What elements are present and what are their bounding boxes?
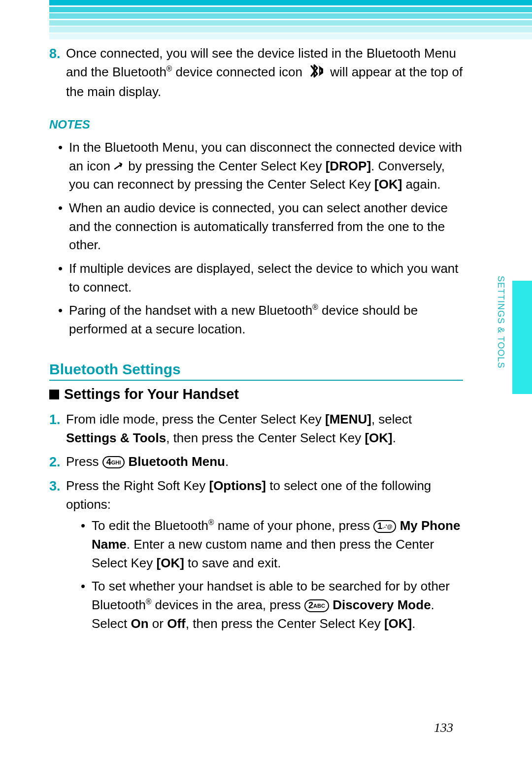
note-item: When an audio device is connected, you c… (58, 199, 463, 255)
text: Settings for Your Handset (64, 386, 239, 402)
text: , then press the Center Select Key (166, 430, 365, 445)
sub-bullet-list: To edit the Bluetooth® name of your phon… (66, 517, 463, 633)
bluetooth-connected-icon (308, 64, 325, 83)
disconnect-arrow-icon (114, 159, 125, 176)
key-label: [DROP] (326, 159, 371, 173)
text: 1 (377, 521, 382, 531)
option-off: Off (167, 616, 186, 631)
text: name of your phone, press (214, 518, 374, 533)
text: to save and exit. (184, 556, 281, 570)
key-label: [OK] (374, 177, 402, 192)
key-1-icon: 1.-'@ (373, 520, 396, 533)
sub-bullet-item: To set whether your handset is able to b… (81, 577, 463, 633)
registered-mark: ® (146, 597, 152, 606)
text: by pressing the Center Select Key (128, 159, 325, 173)
option-on: On (131, 616, 149, 631)
registered-mark: ® (166, 65, 172, 73)
subsection-heading: Settings for Your Handset (49, 384, 463, 404)
step-number: 8. (49, 44, 66, 101)
step-body: Press the Right Soft Key [Options] to se… (66, 477, 463, 638)
text: , then press the Center Select Key (186, 616, 384, 631)
notes-list: In the Bluetooth Menu, you can disconnec… (49, 138, 463, 339)
text: Press (66, 454, 102, 469)
note-item: In the Bluetooth Menu, you can disconnec… (58, 138, 463, 194)
step-8: 8. Once connected, you will see the devi… (49, 44, 463, 101)
text: or (149, 616, 167, 631)
step-3: 3. Press the Right Soft Key [Options] to… (49, 477, 463, 638)
note-item: If multiple devices are displayed, selec… (58, 260, 463, 296)
text: Press the Right Soft Key (66, 478, 209, 493)
key-label: [Options] (209, 478, 266, 493)
step-number: 1. (49, 410, 66, 447)
page-content: 8. Once connected, you will see the devi… (49, 44, 463, 757)
side-section-label: SETTINGS & TOOLS (495, 276, 507, 368)
key-label: [OK] (384, 616, 412, 631)
notes-title: NOTES (49, 116, 463, 133)
key-label: [OK] (157, 556, 184, 570)
text: To edit the Bluetooth (92, 518, 208, 533)
text: device connected icon (172, 65, 306, 79)
side-tab (512, 281, 532, 394)
text: . (393, 430, 396, 445)
text: Paring of the handset with a new Bluetoo… (69, 303, 312, 318)
section-heading: Bluetooth Settings (49, 359, 463, 381)
step-number: 2. (49, 453, 66, 472)
key-4-icon: 4GHI (102, 456, 125, 469)
key-label: [MENU] (325, 412, 371, 427)
text: 4 (106, 457, 111, 467)
menu-path: Bluetooth Menu (129, 454, 225, 469)
text: . (225, 454, 229, 469)
text: , select (371, 412, 412, 427)
registered-mark: ® (208, 519, 214, 527)
notes-box: NOTES In the Bluetooth Menu, you can dis… (49, 116, 463, 339)
text: .-'@ (382, 524, 392, 529)
text: From idle mode, press the Center Select … (66, 412, 325, 427)
note-item: Paring of the handset with a new Bluetoo… (58, 301, 463, 338)
text: . (412, 616, 415, 631)
step-number: 3. (49, 477, 66, 638)
text: ABC (313, 603, 325, 609)
step-body: Press 4GHI Bluetooth Menu. (66, 453, 463, 472)
key-2-icon: 2ABC (304, 599, 329, 612)
header-stripes (49, 0, 532, 39)
step-body: From idle mode, press the Center Select … (66, 410, 463, 447)
sub-bullet-item: To edit the Bluetooth® name of your phon… (81, 517, 463, 572)
square-bullet-icon (49, 390, 59, 399)
registered-mark: ® (312, 303, 318, 312)
step-2: 2. Press 4GHI Bluetooth Menu. (49, 453, 463, 472)
menu-path: Discovery Mode (332, 597, 431, 612)
menu-path: Settings & Tools (66, 430, 166, 445)
text: GHI (111, 460, 121, 465)
step-1: 1. From idle mode, press the Center Sele… (49, 410, 463, 447)
text: 2 (308, 600, 313, 610)
text: again. (402, 177, 440, 192)
step-body: Once connected, you will see the device … (66, 44, 463, 101)
step-list: 1. From idle mode, press the Center Sele… (49, 410, 463, 638)
text: devices in the area, press (151, 597, 304, 612)
key-label: [OK] (365, 430, 392, 445)
